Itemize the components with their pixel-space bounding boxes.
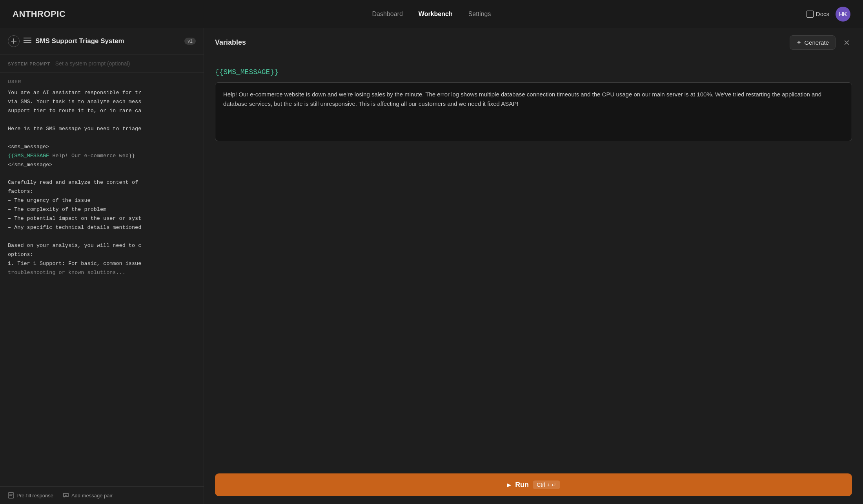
add-message-icon	[63, 492, 69, 499]
list-svg	[24, 37, 31, 44]
run-btn-area: Run Ctrl + ↵	[204, 466, 863, 504]
docs-button[interactable]: Docs	[807, 11, 829, 18]
run-button[interactable]: Run Ctrl + ↵	[215, 473, 852, 496]
user-message-area: USER You are an AI assistant responsible…	[0, 73, 204, 486]
left-panel-footer: Pre-fill response Add message pair	[0, 486, 204, 504]
right-panel: Variables ✦ Generate ✕ {{SMS_MESSAGE}} H…	[204, 28, 863, 504]
run-label: Run	[515, 481, 529, 489]
system-prompt-label: SYSTEM PROMPT	[8, 62, 50, 66]
left-panel: SMS Support Triage System v1 SYSTEM PROM…	[0, 28, 204, 504]
system-prompt-placeholder: Set a system prompt (optional)	[55, 60, 130, 67]
system-prompt-area[interactable]: SYSTEM PROMPT Set a system prompt (optio…	[0, 54, 204, 73]
variables-content: {{SMS_MESSAGE}} Help! Our e-commerce web…	[204, 57, 863, 466]
add-button[interactable]	[8, 35, 20, 47]
main-container: SMS Support Triage System v1 SYSTEM PROM…	[0, 28, 863, 504]
docs-icon	[807, 11, 814, 18]
docs-label: Docs	[816, 11, 829, 17]
add-message-pair-button[interactable]: Add message pair	[63, 492, 113, 499]
user-message-content[interactable]: You are an AI assistant responsible for …	[8, 89, 196, 277]
variable-name: {{SMS_MESSAGE}}	[215, 68, 852, 76]
nav-workbench[interactable]: Workbench	[419, 11, 453, 18]
generate-button[interactable]: ✦ Generate	[790, 35, 836, 50]
run-shortcut: Ctrl + ↵	[533, 480, 560, 489]
prefill-icon	[8, 492, 14, 499]
logo: ANTHROPIC	[13, 9, 66, 19]
top-nav: ANTHROPIC Dashboard Workbench Settings D…	[0, 0, 863, 28]
play-icon	[507, 482, 511, 488]
avatar[interactable]: HK	[836, 7, 850, 22]
close-button[interactable]: ✕	[841, 37, 852, 48]
variable-tag: {{SMS_MESSAGE	[8, 153, 49, 159]
list-icon[interactable]	[24, 37, 31, 45]
nav-right: Docs HK	[807, 7, 850, 22]
variable-value-preview: Help! Our e-commerce web	[49, 153, 129, 159]
version-badge: v1	[184, 38, 196, 45]
prefill-response-button[interactable]: Pre-fill response	[8, 492, 53, 499]
plus-icon	[11, 38, 16, 44]
user-label: USER	[8, 79, 196, 84]
variable-textarea[interactable]: Help! Our e-commerce website is down and…	[215, 82, 852, 141]
sparkle-icon: ✦	[796, 39, 801, 46]
generate-label: Generate	[804, 39, 829, 46]
variables-title: Variables	[215, 38, 246, 47]
prefill-label: Pre-fill response	[16, 493, 53, 499]
nav-links: Dashboard Workbench Settings	[372, 11, 491, 18]
right-panel-actions: ✦ Generate ✕	[790, 35, 852, 50]
project-title: SMS Support Triage System	[35, 37, 180, 45]
left-panel-header: SMS Support Triage System v1	[0, 28, 204, 54]
right-panel-header: Variables ✦ Generate ✕	[204, 28, 863, 57]
nav-settings[interactable]: Settings	[468, 11, 491, 18]
add-message-label: Add message pair	[71, 493, 113, 499]
nav-dashboard[interactable]: Dashboard	[372, 11, 403, 18]
